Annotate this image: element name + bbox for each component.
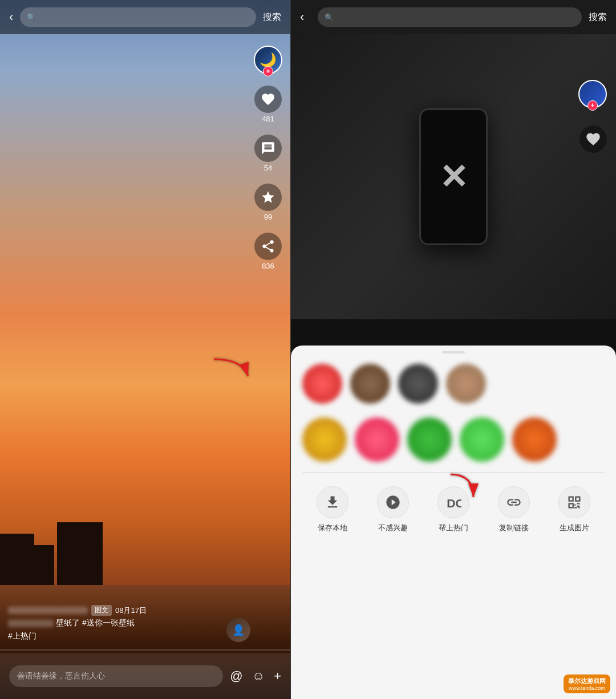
moon-icon: 🌙 [260,52,277,68]
post-meta-row: 图文 08月17日 [8,605,250,616]
link-icon [506,494,522,510]
post-content-row: 壁纸了 #送你一张壁纸 #上热门 👤 [8,618,250,642]
right-heart-icon [585,131,601,147]
right-like-button[interactable] [579,125,607,153]
copy-link-icon-wrap [498,486,530,518]
x-mark: ✕ [439,157,468,197]
hashtag-text: #上热门 [8,631,37,640]
color-option-orange[interactable] [512,417,557,462]
not-interested-label: 不感兴趣 [378,523,408,533]
color-row-1 [291,358,616,409]
device-display-area: ✕ + [291,34,616,319]
heart-icon [261,92,275,107]
follow-plus-badge[interactable]: + [263,66,273,76]
title-blur-1 [8,620,54,627]
right-back-button[interactable]: ‹ [300,10,304,25]
save-local-label: 保存本地 [318,523,347,533]
watermark-badge: 泰尔达游戏网 www.tairda.com [564,674,610,693]
collect-button[interactable]: 99 [254,184,282,221]
download-icon [325,494,341,510]
right-red-arrow [439,472,479,508]
right-author-avatar[interactable]: + [578,80,607,108]
action-row-container: 保存本地 不感兴趣 [291,477,616,542]
star-icon [261,190,275,205]
color-option-lightbrown[interactable] [446,364,486,404]
copy-link-button[interactable]: 复制链接 [491,486,537,533]
qr-icon [566,494,582,510]
building-3 [57,522,103,585]
share-icon [261,239,275,254]
watermark: 泰尔达游戏网 www.tairda.com [564,674,610,693]
comment-input[interactable]: 善语结善缘，恶言伤人心 [9,665,223,687]
color-option-brown[interactable] [350,364,390,404]
left-search-bar[interactable]: 🔍 [20,7,256,27]
right-arrow-indicator [439,472,479,506]
color-option-green[interactable] [407,417,452,462]
username-blurred [8,607,88,614]
avatar-emoji: 👤 [232,624,245,636]
emoji-button[interactable]: ☺ [252,669,265,684]
left-panel: ‹ 🔍 搜索 🌙 + 481 [0,0,291,699]
promote-label: 帮上热门 [439,523,468,533]
post-info: 图文 08月17日 壁纸了 #送你一张壁纸 #上热门 👤 [8,605,250,642]
more-button[interactable]: + [274,669,281,684]
save-icon-wrap [317,486,348,518]
left-background [0,0,290,699]
generate-image-icon-wrap [558,486,590,518]
comments-count: 54 [264,164,272,172]
comment-button[interactable]: 54 [254,135,282,172]
watermark-title: 泰尔达游戏网 [568,677,606,685]
like-button[interactable]: 481 [254,86,282,123]
comment-input-bar: 善语结善缘，恶言伤人心 @ ☺ + [0,653,290,699]
copy-link-label: 复制链接 [499,523,529,533]
color-option-red[interactable] [302,364,342,404]
shares-count: 836 [262,262,274,270]
left-search-button[interactable]: 搜索 [263,11,281,23]
comment-icon [261,141,275,156]
author-small-avatar[interactable]: 👤 [226,618,250,642]
save-local-button[interactable]: 保存本地 [310,486,355,533]
stars-count: 99 [264,213,272,221]
right-follow-badge[interactable]: + [587,100,598,111]
color-option-brightgreen[interactable] [460,417,504,462]
share-bottom-sheet: 保存本地 不感兴趣 [291,346,616,699]
like-icon-wrap [254,86,282,113]
post-author-avatar[interactable]: 🌙 + [254,46,282,74]
left-search-placeholder: 🔍 [27,13,36,22]
right-search-bar[interactable]: 🔍 [318,7,582,27]
right-search-button[interactable]: 搜索 [589,11,607,23]
not-interested-icon-wrap [377,486,409,518]
left-top-bar: ‹ 🔍 搜索 [0,0,290,34]
share-button[interactable]: 836 [254,233,282,270]
color-row-2 [291,412,616,468]
left-back-button[interactable]: ‹ [9,10,13,25]
building-1 [0,534,34,585]
comment-placeholder-text: 善语结善缘，恶言伤人心 [17,671,105,681]
likes-count: 481 [262,115,274,123]
sunset-image [0,0,290,699]
phone-device-image: ✕ [419,108,488,245]
comment-icon-wrap [254,135,282,162]
color-option-pink[interactable] [355,417,399,462]
left-action-icons: 🌙 + 481 54 [254,46,282,270]
right-panel: ‹ 🔍 搜索 ✕ + [291,0,616,699]
comment-action-icons: @ ☺ + [230,669,281,684]
right-search-icon: 🔍 [325,13,334,22]
separator-line [0,649,290,651]
post-date: 08月17日 [115,605,147,616]
generate-image-label: 生成图片 [560,523,589,533]
buildings-silhouette [0,517,290,585]
main-container: ‹ 🔍 搜索 🌙 + 481 [0,0,616,699]
color-option-yellow[interactable] [302,417,347,462]
at-button[interactable]: @ [230,669,242,684]
color-option-darkgray[interactable] [398,364,438,404]
building-2 [31,545,54,585]
post-tags-text: 壁纸了 #送你一张壁纸 [56,618,135,628]
not-interested-button[interactable]: 不感兴趣 [370,486,416,533]
watermark-url: www.tairda.com [569,685,605,691]
post-type-badge: 图文 [91,605,112,616]
generate-image-button[interactable]: 生成图片 [552,486,597,533]
sheet-drag-handle[interactable] [442,351,465,353]
arrow-indicator [208,353,254,388]
share-icon-wrap [254,233,282,260]
